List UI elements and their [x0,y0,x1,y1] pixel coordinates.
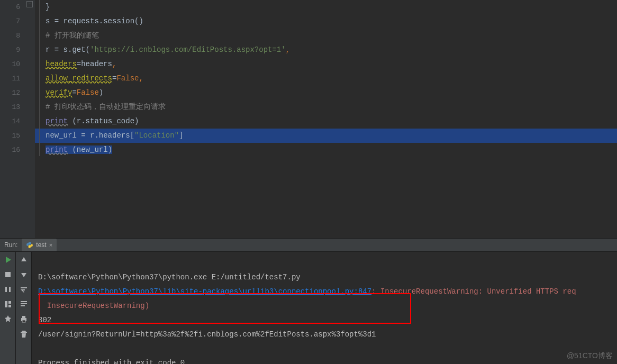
code-line-13[interactable]: # 打印状态码，自动处理重定向请求 [35,100,617,114]
pin-button[interactable] [3,314,13,324]
run-tab[interactable]: test × [22,239,57,251]
code-line-10[interactable]: headers=headers, [35,57,617,71]
layout-button[interactable] [3,299,13,309]
console-link[interactable]: D:\software\Python\Python37\lib\site-pac… [38,287,371,296]
line-number: 16 [0,143,20,157]
down-button[interactable] [19,270,29,279]
console-output[interactable]: D:\software\Python\Python37\python.exe E… [32,252,617,364]
line-number-gutter: 6 7 8 9 10 11 12 13 14 15 16 [0,0,25,238]
line-number: 15 [0,129,20,143]
console-warning: : InsecureRequestWarning: Unverified HTT… [371,287,576,296]
svg-rect-1 [5,287,7,292]
svg-rect-8 [21,305,25,306]
code-line-9[interactable]: r = s.get('https://i.cnblogs.com/EditPos… [35,43,617,57]
run-header: Run: test × [0,239,617,252]
line-number: 12 [0,86,20,100]
svg-rect-7 [21,303,27,304]
line-number: 13 [0,100,20,114]
code-editor[interactable]: 6 7 8 9 10 11 12 13 14 15 16 − } s = req… [0,0,617,238]
line-number: 7 [0,14,20,29]
python-icon [26,241,33,249]
code-line-14[interactable]: print (r.status_code) [35,114,617,129]
svg-rect-4 [8,301,11,304]
code-line-7[interactable]: s = requests.session() [35,14,617,29]
code-line-12[interactable]: verify=False) [35,86,617,100]
code-line-11[interactable]: allow_redirects=False, [35,71,617,86]
svg-rect-3 [5,301,7,307]
svg-rect-6 [21,301,27,302]
run-tool-window: Run: test × D:\software\Python\Python37\… [0,238,617,364]
code-line-15[interactable]: new_url = r.headers["Location"] [35,129,617,143]
line-number: 10 [0,57,20,71]
close-icon[interactable]: × [49,242,52,248]
up-button[interactable] [19,255,29,265]
console-line: /user/signin?ReturnUrl=http%3a%2f%2fi.cn… [38,330,376,339]
svg-rect-11 [22,320,25,322]
watermark: @51CTO博客 [567,351,613,361]
console-line: 302 [38,316,51,324]
console-line: Process finished with exit code 0 [38,359,185,364]
code-line-6[interactable]: } [35,0,617,14]
rerun-button[interactable] [3,255,13,265]
svg-rect-5 [8,305,11,307]
line-number: 6 [0,0,20,14]
stop-button[interactable] [3,270,13,279]
scroll-to-end-button[interactable] [19,299,29,309]
fold-collapse-icon[interactable]: − [26,1,33,7]
line-number: 14 [0,114,20,129]
console-warning: InsecureRequestWarning) [38,302,149,310]
svg-rect-10 [22,316,25,318]
svg-rect-0 [5,272,11,277]
soft-wrap-button[interactable] [19,285,29,294]
run-body: D:\software\Python\Python37\python.exe E… [0,252,617,364]
clear-all-button[interactable] [19,329,29,339]
code-content[interactable]: } s = requests.session() # 打开我的随笔 r = s.… [35,0,617,238]
run-toolbar-primary [0,252,16,364]
run-label: Run: [0,241,22,249]
run-toolbar-secondary [16,252,32,364]
code-line-8[interactable]: # 打开我的随笔 [35,29,617,43]
line-number: 9 [0,43,20,57]
line-number: 8 [0,29,20,43]
console-line: D:\software\Python\Python37\python.exe E… [38,273,301,281]
svg-rect-2 [9,287,11,292]
indent-guide [39,0,40,156]
run-tab-label: test [36,241,46,249]
fold-column: − [25,0,35,238]
print-button[interactable] [19,314,29,324]
line-number: 11 [0,71,20,86]
code-line-16[interactable]: print (new_url) [35,143,617,157]
pause-button[interactable] [3,285,13,294]
